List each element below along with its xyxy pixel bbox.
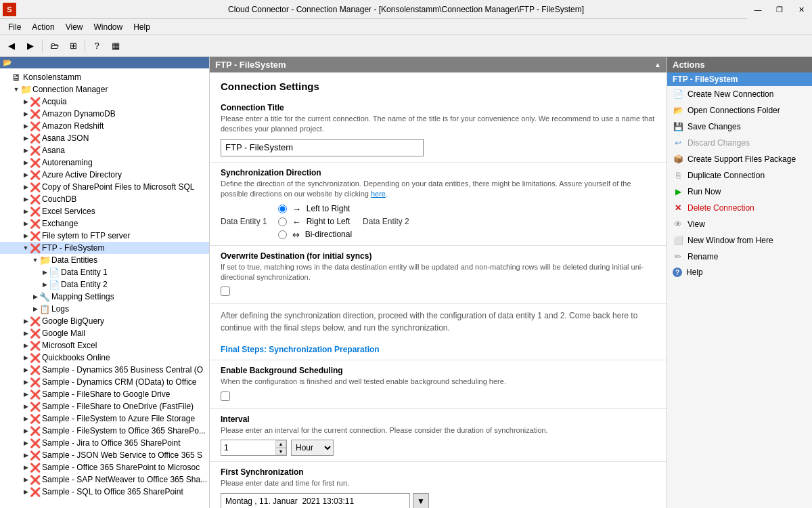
expander-acquia[interactable]: ▶ [22,98,30,105]
interval-up-button[interactable]: ▲ [275,440,286,448]
expander-data-entities[interactable]: ▼ [31,257,39,263]
interval-unit-select[interactable]: Hour Minute Day Week [291,440,334,456]
table-button[interactable]: ▦ [107,37,125,55]
tree-item-azure-active-dir[interactable]: ▶❌Azure Active Directory [0,169,209,181]
expander-asana[interactable]: ▶ [22,147,30,154]
expander-sample-office365-microsoc[interactable]: ▶ [22,464,30,471]
expander-file-ftp[interactable]: ▶ [22,232,30,239]
expander-amazon-redshift[interactable]: ▶ [22,123,30,129]
expander-azure-active-dir[interactable]: ▶ [22,171,30,178]
expander-couchdb[interactable]: ▶ [22,196,30,203]
expander-google-mail[interactable]: ▶ [22,330,30,337]
tree-item-data-entities[interactable]: ▼📁Data Entities [0,254,209,266]
tree-item-autorenaming[interactable]: ▶❌Autorenaming [0,156,209,169]
expander-sample-filesystem-azure[interactable]: ▶ [22,415,30,422]
menu-action[interactable]: Action [26,21,60,33]
action-rename[interactable]: ✏Rename [667,249,812,265]
expander-amazon-dynamo[interactable]: ▶ [22,110,30,117]
expander-data-entity-2[interactable]: ▶ [41,281,49,288]
tree-item-google-bigquery[interactable]: ▶❌Google BigQuery [0,315,209,327]
action-create-support[interactable]: 📦Create Support Files Package [667,151,812,167]
tree-item-sample-filesystem-azure[interactable]: ▶❌Sample - FileSystem to Azure File Stor… [0,412,209,425]
tree-item-amazon-redshift[interactable]: ▶❌Amazon Redshift [0,120,209,132]
menu-help[interactable]: Help [128,21,156,33]
tree-item-sample-dynamics-crm[interactable]: ▶❌Sample - Dynamics CRM (OData) to Offic… [0,376,209,388]
expander-sample-filesystem-365[interactable]: ▶ [22,427,30,434]
tree-item-file-ftp[interactable]: ▶❌File sytem to FTP server [0,230,209,242]
tree-item-asana[interactable]: ▶❌Asana [0,144,209,156]
action-create-new-conn[interactable]: 📄Create New Connection [667,86,812,102]
tree-item-data-entity-1[interactable]: ▶📄Data Entity 1 [0,266,209,278]
tree-container[interactable]: 🖥Konsolenstamm▼📁Connection Manager▶❌Acqu… [0,68,209,508]
tree-item-exchange[interactable]: ▶❌Exchange [0,217,209,230]
expander-quickbooks[interactable]: ▶ [22,354,30,361]
tree-item-sample-sap-office[interactable]: ▶❌Sample - SAP NetWeaver to Office 365 S… [0,473,209,486]
action-duplicate-conn[interactable]: ⎘Duplicate Connection [667,167,812,184]
bg-scheduling-checkbox[interactable] [221,391,230,401]
tree-item-sample-fileshare-onedrive[interactable]: ▶❌Sample - FileShare to OneDrive (FastFi… [0,400,209,412]
tree-item-sample-office365-microsoc[interactable]: ▶❌Sample - Office 365 SharePoint to Micr… [0,461,209,473]
menu-view[interactable]: View [60,21,89,33]
action-open-conn-folder[interactable]: 📂Open Connections Folder [667,102,812,119]
expander-mapping-settings[interactable]: ▶ [31,293,39,300]
expander-sample-dynamics-crm[interactable]: ▶ [22,379,30,385]
expander-sample-fileshare-google[interactable]: ▶ [22,391,30,398]
tree-item-data-entity-2[interactable]: ▶📄Data Entity 2 [0,278,209,291]
tree-item-logs[interactable]: ▶📋Logs [0,303,209,315]
forward-button[interactable]: ▶ [22,37,39,55]
interval-down-button[interactable]: ▼ [275,448,286,455]
expander-asana-json[interactable]: ▶ [22,135,30,142]
center-content[interactable]: Connection Settings Connection Title Ple… [210,72,667,508]
expander-google-bigquery[interactable]: ▶ [22,318,30,324]
tree-item-konsolenstamm[interactable]: 🖥Konsolenstamm [0,71,209,83]
expander-sample-dynamics-bc[interactable]: ▶ [22,366,30,373]
tree-item-couchdb[interactable]: ▶❌CouchDB [0,193,209,205]
action-save-changes[interactable]: 💾Save Changes [667,119,812,135]
tree-item-quickbooks[interactable]: ▶❌Quickbooks Online [0,352,209,364]
maximize-button[interactable]: ❐ [769,0,790,19]
tree-item-google-mail[interactable]: ▶❌Google Mail [0,327,209,339]
connection-title-input[interactable] [221,139,424,156]
tree-item-sample-jira-sharepoint[interactable]: ▶❌Sample - Jira to Office 365 SharePoint [0,437,209,449]
calendar-button[interactable]: ▼ [413,493,429,508]
expander-logs[interactable]: ▶ [31,305,39,312]
tree-item-connection-manager[interactable]: ▼📁Connection Manager [0,83,209,96]
tree-item-sample-fileshare-google[interactable]: ▶❌Sample - FileShare to Google Drive [0,388,209,400]
rtl-radio[interactable] [278,217,287,226]
ltr-radio[interactable] [278,205,287,213]
first-sync-input[interactable] [221,493,410,508]
expander-connection-manager[interactable]: ▼ [12,86,20,93]
tree-item-excel-services[interactable]: ▶❌Excel Services [0,205,209,217]
tree-item-mapping-settings[interactable]: ▶🔧Mapping Settings [0,291,209,303]
here-link[interactable]: here [371,190,386,198]
grid-button[interactable]: ⊞ [64,37,82,55]
close-button[interactable]: ✕ [790,0,812,19]
tree-item-sample-filesystem-365[interactable]: ▶❌Sample - FileSystem to Office 365 Shar… [0,425,209,437]
menu-file[interactable]: File [3,21,26,33]
expander-microsoft-excel[interactable]: ▶ [22,342,30,349]
minimize-button[interactable]: — [747,0,769,19]
action-view[interactable]: 👁View [667,216,812,232]
action-help[interactable]: ?Help [667,265,812,280]
expander-ftp-filesystem[interactable]: ▼ [22,245,30,251]
expander-sample-sap-office[interactable]: ▶ [22,476,30,483]
bi-radio[interactable] [278,230,287,239]
expander-exchange[interactable]: ▶ [22,220,30,227]
tree-item-sample-dynamics-bc[interactable]: ▶❌Sample - Dynamics 365 Business Central… [0,364,209,376]
expander-sample-sql-sharepoint[interactable]: ▶ [22,488,30,495]
back-button[interactable]: ◀ [3,37,20,55]
expander-autorenaming[interactable]: ▶ [22,159,30,166]
help-button[interactable]: ? [88,37,106,55]
action-run-now[interactable]: ▶Run Now [667,184,812,200]
menu-window[interactable]: Window [89,21,129,33]
tree-item-acquia[interactable]: ▶❌Acquia [0,96,209,108]
expander-data-entity-1[interactable]: ▶ [41,269,49,276]
tree-item-sample-sql-sharepoint[interactable]: ▶❌Sample - SQL to Office 365 SharePoint [0,486,209,498]
tree-item-copy-sharepoint[interactable]: ▶❌Copy of SharePoint Files to Microsoft … [0,181,209,193]
expander-sample-fileshare-onedrive[interactable]: ▶ [22,403,30,410]
expander-sample-jira-sharepoint[interactable]: ▶ [22,440,30,446]
open-folder-button[interactable]: 🗁 [45,37,63,55]
action-new-window[interactable]: ⬜New Window from Here [667,232,812,249]
tree-item-ftp-filesystem[interactable]: ▼❌FTP - FileSystem [0,242,209,254]
tree-item-microsoft-excel[interactable]: ▶❌Microsoft Excel [0,339,209,352]
